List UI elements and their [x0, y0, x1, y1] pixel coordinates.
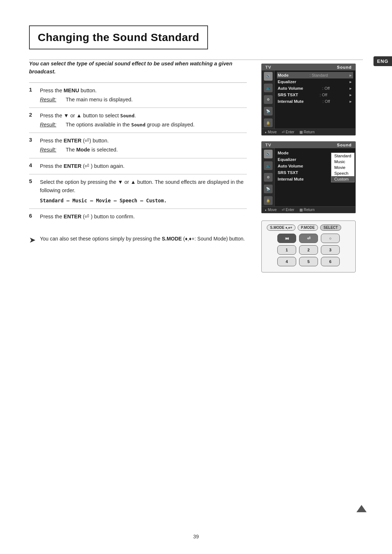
option-standard[interactable]: Standard	[331, 153, 354, 159]
tv-row-srstsxt: SRS TSXT : Off ►	[277, 92, 353, 98]
step-number-4: 4	[29, 162, 40, 168]
tip-box: ➤ You can also set these options simply …	[29, 231, 247, 248]
tv-icons-col-2: 🔊 📺 ⚙ 📡 🔒	[262, 148, 275, 206]
result-text-2: The options available in the Sound group…	[66, 121, 247, 129]
dropdown-options: Standard Music Movie Speech Custom	[331, 153, 355, 182]
tv-row-autovolume: Auto Volume : Off ►	[277, 85, 353, 92]
step-row-1: 1 Press the MENU button. Result: The mai…	[29, 83, 247, 108]
tv-icon-2-5: 🔒	[264, 196, 273, 205]
tv-menu-2-body: 🔊 📺 ⚙ 📡 🔒 Mode : Equalizer	[262, 148, 355, 206]
remote-top-buttons: S.MODE ♦,♦+ P.MODE SELECT	[267, 225, 350, 231]
result-label-3: Result:	[40, 146, 60, 154]
right-column: TV Sound 🔊 📺 ⚙ 📡 🔒 Mode : Standard	[261, 64, 363, 272]
step-number-6: 6	[29, 213, 40, 219]
tv-menu-1-footer: ⬧ Move ⏎ Enter ▦ Return	[262, 129, 355, 135]
remote-btn-circle[interactable]: ○	[321, 234, 340, 243]
footer2-return: ▦ Return	[299, 208, 315, 212]
tip-arrow-icon: ➤	[29, 235, 36, 245]
result-text-3: The Mode is selected.	[66, 146, 247, 154]
tv-icon-2: 📺	[264, 84, 273, 92]
remote-row-1: ⏮ ⏎ ○	[267, 234, 350, 243]
remote-btn-2[interactable]: 2	[299, 245, 318, 255]
left-column: You can select the type of special sound…	[29, 60, 247, 248]
step-row-4: 4 Press the ENTER (⏎ ) button again.	[29, 158, 247, 174]
footer2-enter: ⏎ Enter	[282, 208, 294, 212]
tv-menu-2: TV Sound 🔊 📺 ⚙ 📡 🔒 Mode :	[261, 141, 356, 213]
tv-icons-col-1: 🔊 📺 ⚙ 📡 🔒	[262, 70, 275, 129]
triangle-decoration	[356, 505, 367, 512]
eng-badge: ENG	[373, 56, 392, 66]
smode-button[interactable]: S.MODE ♦,♦+	[267, 225, 295, 231]
title-box: Changing the Sound Standard	[29, 25, 208, 49]
page-container: ENG Changing the Sound Standard You can …	[0, 0, 392, 554]
step-row-5: 5 Select the option by pressing the ▼ or…	[29, 174, 247, 209]
step-content-4: Press the ENTER (⏎ ) button again.	[40, 162, 247, 170]
footer-move: ⬧ Move	[265, 130, 277, 134]
sound-label-2: Sound	[337, 143, 352, 147]
tv-row-equalizer: Equalizer ►	[277, 78, 353, 85]
footer2-move: ⬧ Move	[265, 208, 277, 212]
remote-btn-back[interactable]: ⏮	[277, 234, 296, 243]
tv-icon-5: 🔒	[264, 118, 273, 127]
step-content-5: Select the option by pressing the ▼ or ▲…	[40, 178, 247, 205]
tv-menu-1-body: 🔊 📺 ⚙ 📡 🔒 Mode : Standard ► Equ	[262, 70, 355, 129]
remote-row-2: 1 2 3	[267, 245, 350, 255]
tv-icon-2-2: 📺	[264, 161, 273, 170]
tv-rows-col-1: Mode : Standard ► Equalizer ► Auto Volum…	[275, 70, 355, 129]
tv-menu-2-header: TV Sound	[262, 142, 355, 148]
remote-btn-3[interactable]: 3	[321, 245, 340, 255]
tv-label-2: TV	[265, 143, 271, 147]
step-content-6: Press the ENTER (⏎ ) button to confirm.	[40, 213, 247, 221]
tv-menu-1-header: TV Sound	[262, 64, 355, 70]
tv-icon-2-3: ⚙	[264, 173, 273, 182]
step-number-2: 2	[29, 112, 40, 118]
step-number-1: 1	[29, 86, 40, 93]
tv-icon-2-4: 📡	[264, 185, 273, 193]
option-custom[interactable]: Custom	[331, 176, 354, 182]
step-content-2: Press the ▼ or ▲ button to select Sound.…	[40, 112, 247, 129]
step-number-3: 3	[29, 137, 40, 143]
step-content-3: Press the ENTER (⏎) button. Result: The …	[40, 137, 247, 154]
sound-label-1: Sound	[337, 65, 352, 69]
remote-btn-1[interactable]: 1	[277, 245, 296, 255]
tv-icon-3: ⚙	[264, 95, 273, 104]
remote-row-3: 4 5 6	[267, 257, 350, 266]
pmode-button[interactable]: P.MODE	[298, 225, 318, 231]
result-label-2: Result:	[40, 121, 60, 129]
footer-return: ▦ Return	[299, 130, 315, 134]
option-speech[interactable]: Speech	[331, 170, 354, 176]
step-content-1: Press the MENU button. Result: The main …	[40, 86, 247, 104]
remote-btn-5[interactable]: 5	[299, 257, 318, 266]
tv-icon-4: 📡	[264, 107, 273, 116]
result-label-1: Result:	[40, 96, 60, 104]
tv-row-internalmute: Internal Mute : Off ►	[277, 98, 353, 105]
select-button[interactable]: SELECT	[320, 225, 341, 231]
remote-btn-4[interactable]: 4	[277, 257, 296, 266]
tip-text: You can also set these options simply by…	[40, 235, 245, 243]
result-text-1: The main menu is displayed.	[66, 96, 247, 104]
remote-box: S.MODE ♦,♦+ P.MODE SELECT ⏮ ⏎ ○ 1 2 3 4 …	[261, 221, 356, 272]
sequence-line: Standard – Music – Movie – Speech – Cust…	[40, 197, 247, 205]
page-number: 39	[193, 534, 199, 539]
footer-enter: ⏎ Enter	[282, 130, 294, 134]
tv-menu-1: TV Sound 🔊 📺 ⚙ 📡 🔒 Mode : Standard	[261, 64, 356, 136]
tv-rows-col-2: Mode : Equalizer Auto Volume : SRS TSXT	[275, 148, 355, 206]
page-title: Changing the Sound Standard	[38, 31, 199, 44]
step-row-2: 2 Press the ▼ or ▲ button to select Soun…	[29, 108, 247, 133]
intro-text: You can select the type of special sound…	[29, 60, 247, 76]
option-music[interactable]: Music	[331, 159, 354, 165]
remote-btn-6[interactable]: 6	[321, 257, 340, 266]
tv-menu-2-footer: ⬧ Move ⏎ Enter ▦ Return	[262, 206, 355, 213]
step-row-6: 6 Press the ENTER (⏎ ) button to confirm…	[29, 209, 247, 225]
tv-icon-2-1: 🔊	[264, 150, 273, 158]
option-movie[interactable]: Movie	[331, 165, 354, 170]
step-number-5: 5	[29, 178, 40, 184]
step-row-3: 3 Press the ENTER (⏎) button. Result: Th…	[29, 133, 247, 158]
main-content: You can select the type of special sound…	[29, 60, 363, 272]
remote-btn-enter[interactable]: ⏎	[299, 234, 318, 243]
tv-label-1: TV	[265, 65, 271, 69]
tv-row-mode: Mode : Standard ►	[277, 72, 353, 78]
tv-icon-1: 🔊	[264, 72, 273, 81]
